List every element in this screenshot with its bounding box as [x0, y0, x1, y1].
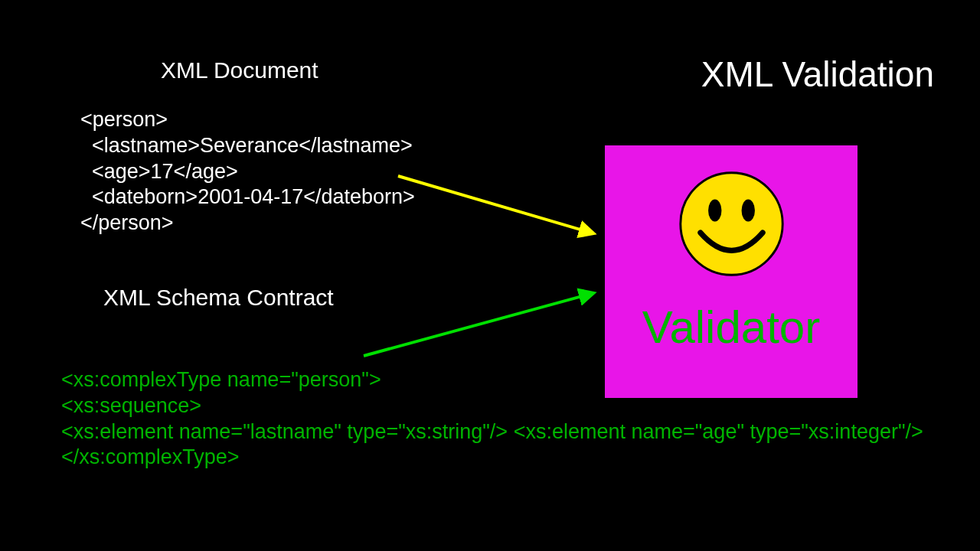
- schema-line: </xs:complexType>: [61, 445, 923, 471]
- validator-label: Validator: [642, 301, 820, 354]
- xml-line: <age>17</age>: [80, 160, 238, 183]
- xml-line: </person>: [80, 211, 174, 234]
- xml-document-heading: XML Document: [161, 57, 318, 83]
- arrow-yellow-icon: [398, 176, 593, 233]
- slide-title: XML Validation: [701, 54, 934, 95]
- svg-point-2: [741, 200, 754, 222]
- xml-document-code: <person> <lastname>Severance</lastname> …: [80, 107, 415, 236]
- schema-line: <xs:element name="lastname" type="xs:str…: [61, 419, 923, 445]
- validator-box: Validator: [605, 145, 858, 398]
- svg-point-1: [708, 200, 721, 222]
- smiley-face-icon: [676, 168, 787, 279]
- arrow-green-icon: [364, 293, 593, 356]
- xml-line: <dateborn>2001-04-17</dateborn>: [80, 185, 415, 208]
- xml-schema-heading: XML Schema Contract: [103, 285, 334, 311]
- svg-point-0: [680, 173, 782, 275]
- xml-line: <person>: [80, 108, 168, 131]
- xml-line: <lastname>Severance</lastname>: [80, 134, 413, 157]
